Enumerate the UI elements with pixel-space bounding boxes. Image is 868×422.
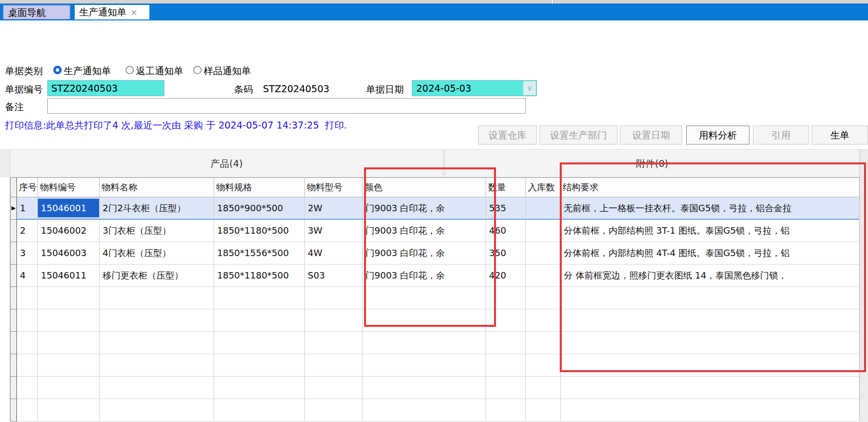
table-cell-empty[interactable] <box>363 332 486 354</box>
material-analysis-button[interactable]: 用料分析 <box>686 126 749 144</box>
table-cell-instock[interactable] <box>526 220 561 242</box>
table-cell-empty[interactable] <box>561 287 860 309</box>
table-cell-instock[interactable] <box>526 197 561 220</box>
column-header-spec[interactable]: 物料规格 <box>214 177 305 197</box>
table-cell-empty[interactable] <box>305 399 363 422</box>
row-selector[interactable] <box>10 287 17 309</box>
chevron-down-icon[interactable]: ∨ <box>523 81 536 95</box>
table-cell-empty[interactable] <box>38 309 100 332</box>
table-cell-empty[interactable] <box>100 309 214 332</box>
column-header-model[interactable]: 物料型号 <box>305 177 363 197</box>
column-header-seq[interactable]: 序号 <box>17 177 38 197</box>
doc-type-option-label[interactable]: 生产通知单 <box>64 65 111 78</box>
table-cell-empty[interactable] <box>214 287 305 309</box>
row-selector[interactable] <box>10 354 17 377</box>
table-cell-instock[interactable] <box>526 242 561 265</box>
table-cell-struct[interactable]: 无前框，上一格板一挂衣杆。泰国G5锁，弓拉，铝合金拉 <box>561 197 860 220</box>
table-cell-code[interactable]: 15046011 <box>38 265 100 287</box>
tab-desktop-nav[interactable]: 桌面导航 <box>3 5 70 19</box>
table-cell-seq[interactable]: 3 <box>17 242 38 265</box>
table-cell-empty[interactable] <box>100 354 214 377</box>
table-cell-empty[interactable] <box>100 287 214 309</box>
doc-no-input[interactable]: STZ20240503 <box>47 80 164 96</box>
close-icon[interactable]: × <box>130 7 137 17</box>
row-selector[interactable] <box>10 242 17 265</box>
table-cell-model[interactable]: 4W <box>305 242 363 265</box>
table-cell-empty[interactable] <box>486 377 526 399</box>
table-cell-empty[interactable] <box>305 377 363 399</box>
table-cell-empty[interactable] <box>214 399 305 422</box>
doc-type-radio-1[interactable] <box>53 66 62 74</box>
table-cell-empty[interactable] <box>561 354 860 377</box>
table-cell-qty[interactable]: 350 <box>486 242 526 265</box>
table-cell-qty[interactable]: 420 <box>486 265 526 287</box>
doc-type-radio-3[interactable] <box>193 66 202 74</box>
row-selector[interactable] <box>10 377 17 399</box>
table-cell-name[interactable]: 4门衣柜（压型） <box>100 242 214 265</box>
table-cell-empty[interactable] <box>363 399 486 422</box>
set-production-dept-button[interactable]: 设置生产部门 <box>539 126 618 144</box>
table-cell-empty[interactable] <box>17 332 38 354</box>
table-cell-name[interactable]: 移门更衣柜（压型） <box>100 265 214 287</box>
table-cell-empty[interactable] <box>526 354 561 377</box>
row-selector[interactable] <box>10 332 17 354</box>
table-cell-struct[interactable]: 分 体前框宽边，照移门更衣图纸 14，泰国黑色移门锁， <box>561 265 860 287</box>
table-cell-empty[interactable] <box>17 377 38 399</box>
table-cell-seq[interactable]: 2 <box>17 220 38 242</box>
table-cell-seq[interactable]: 4 <box>17 265 38 287</box>
table-cell-empty[interactable] <box>305 354 363 377</box>
table-cell-spec[interactable]: 1850*1180*500 <box>214 265 305 287</box>
column-header-name[interactable]: 物料名称 <box>100 177 214 197</box>
table-cell-color[interactable]: 门9003 白印花，余 <box>363 197 486 220</box>
table-cell-seq[interactable]: 1 <box>17 197 38 220</box>
table-cell-empty[interactable] <box>526 399 561 422</box>
doc-type-radio-2[interactable] <box>125 66 134 74</box>
table-cell-empty[interactable] <box>561 399 860 422</box>
table-cell-empty[interactable] <box>38 354 100 377</box>
column-header-instock[interactable]: 入库数 <box>526 177 561 197</box>
row-selector[interactable] <box>10 309 17 332</box>
table-cell-empty[interactable] <box>305 332 363 354</box>
table-cell-empty[interactable] <box>486 287 526 309</box>
table-cell-empty[interactable] <box>561 309 860 332</box>
table-cell-empty[interactable] <box>363 287 486 309</box>
table-cell-qty[interactable]: 535 <box>486 197 526 220</box>
reference-button[interactable]: 引用 <box>753 126 809 144</box>
column-header-color[interactable]: 颜色 <box>363 177 486 197</box>
table-cell-color[interactable]: 门9003 白印花，余 <box>363 220 486 242</box>
table-cell-empty[interactable] <box>305 287 363 309</box>
table-cell-code[interactable]: 15046001 <box>38 197 100 220</box>
table-cell-empty[interactable] <box>526 332 561 354</box>
set-warehouse-button[interactable]: 设置仓库 <box>478 126 537 144</box>
table-cell-empty[interactable] <box>214 377 305 399</box>
table-cell-spec[interactable]: 1850*1556*500 <box>214 242 305 265</box>
table-cell-instock[interactable] <box>526 265 561 287</box>
tab-products[interactable]: 产品(4) <box>10 149 443 177</box>
table-cell-empty[interactable] <box>561 332 860 354</box>
table-cell-model[interactable]: 2W <box>305 197 363 220</box>
create-order-button[interactable]: 生单 <box>812 126 868 144</box>
row-selector[interactable] <box>10 220 17 242</box>
table-cell-spec[interactable]: 1850*900*500 <box>214 197 305 220</box>
table-cell-name[interactable]: 3门衣柜（压型） <box>100 220 214 242</box>
current-row-marker-icon[interactable]: ▶ <box>10 197 17 220</box>
table-cell-model[interactable]: S03 <box>305 265 363 287</box>
table-cell-empty[interactable] <box>363 377 486 399</box>
table-cell-empty[interactable] <box>214 309 305 332</box>
table-cell-spec[interactable]: 1850*1180*500 <box>214 220 305 242</box>
remark-input[interactable] <box>47 98 526 114</box>
table-cell-empty[interactable] <box>38 377 100 399</box>
table-cell-qty[interactable]: 460 <box>486 220 526 242</box>
doc-type-option-label[interactable]: 返工通知单 <box>136 65 183 78</box>
table-cell-empty[interactable] <box>100 377 214 399</box>
table-cell-empty[interactable] <box>486 354 526 377</box>
table-cell-empty[interactable] <box>561 377 860 399</box>
tab-attachments[interactable]: 附件(0) <box>445 149 860 177</box>
tab-production-notice[interactable]: 生产通知单× <box>75 5 149 19</box>
table-cell-empty[interactable] <box>38 399 100 422</box>
row-selector[interactable] <box>10 399 17 422</box>
set-date-button[interactable]: 设置日期 <box>620 126 682 144</box>
table-cell-empty[interactable] <box>526 287 561 309</box>
table-cell-empty[interactable] <box>363 354 486 377</box>
table-cell-color[interactable]: 门9003 白印花，余 <box>363 265 486 287</box>
